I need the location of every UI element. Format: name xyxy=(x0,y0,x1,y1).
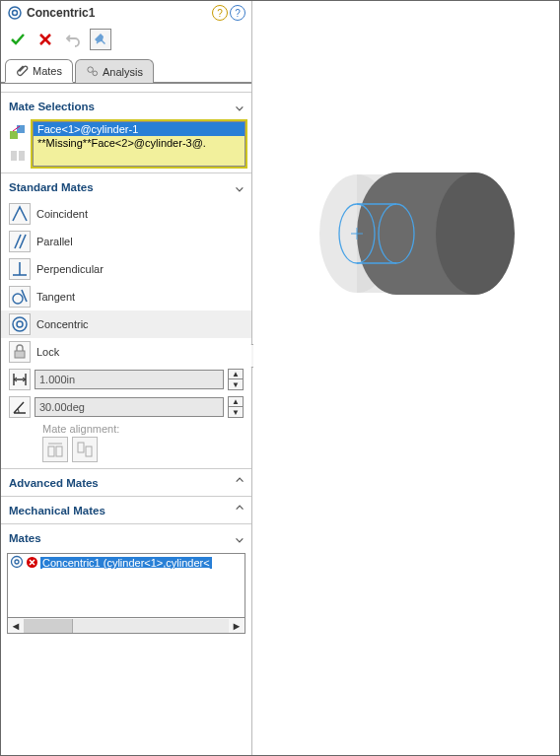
help-icon[interactable]: ? xyxy=(230,5,245,21)
svg-point-16 xyxy=(17,321,23,327)
angle-icon xyxy=(9,396,31,418)
pin-button[interactable] xyxy=(90,29,111,50)
tab-mates-label: Mates xyxy=(33,65,62,77)
tangent-icon xyxy=(9,286,31,308)
section-mates[interactable]: Mates ⌵ xyxy=(1,523,251,551)
concentric-icon xyxy=(9,313,31,335)
svg-point-3 xyxy=(88,67,94,73)
feature-title: Concentric1 xyxy=(27,6,212,20)
selection-item-2[interactable]: **Missing**Face<2>@cylinder-3@. xyxy=(34,136,245,150)
selection-item-1[interactable]: Face<1>@cylinder-1 xyxy=(34,122,245,136)
angle-spinner[interactable]: ▲▼ xyxy=(228,396,244,418)
scroll-thumb[interactable] xyxy=(24,619,73,633)
lock-icon xyxy=(9,341,31,363)
svg-rect-22 xyxy=(56,447,62,456)
paperclip-icon xyxy=(16,64,29,77)
concentric-icon xyxy=(7,5,23,21)
svg-point-27 xyxy=(15,560,19,564)
mate-tangent[interactable]: Tangent xyxy=(1,283,251,310)
distance-input[interactable] xyxy=(35,370,224,389)
tab-row: Mates Analysis xyxy=(1,58,251,84)
error-icon xyxy=(26,556,38,571)
3d-viewport[interactable] xyxy=(253,2,560,756)
gears-icon xyxy=(86,65,99,78)
coincident-icon xyxy=(9,203,31,225)
angle-input[interactable] xyxy=(35,397,224,417)
align-anti-button[interactable] xyxy=(72,437,98,462)
svg-rect-5 xyxy=(10,131,18,139)
chevron-up-icon: ⌵ xyxy=(236,99,244,113)
svg-point-1 xyxy=(13,11,18,16)
svg-point-0 xyxy=(9,7,21,19)
concentric-icon xyxy=(10,555,24,571)
svg-rect-7 xyxy=(11,151,17,161)
svg-rect-6 xyxy=(17,125,25,133)
mates-list[interactable]: Concentric1 (cylinder<1>,cylinder< xyxy=(7,553,245,618)
mate-concentric[interactable]: Concentric xyxy=(1,310,251,338)
align-aligned-button[interactable] xyxy=(42,437,68,462)
mates-list-item[interactable]: Concentric1 (cylinder<1>,cylinder< xyxy=(8,554,245,572)
selection-list[interactable]: Face<1>@cylinder-1 **Missing**Face<2>@cy… xyxy=(33,121,245,167)
alignment-label: Mate alignment: xyxy=(42,423,244,435)
svg-point-34 xyxy=(436,172,515,295)
svg-point-15 xyxy=(13,317,27,331)
help-icon-warning[interactable]: ? xyxy=(212,5,228,21)
cancel-button[interactable] xyxy=(35,29,56,50)
chevron-down-icon: ⌵ xyxy=(236,475,244,490)
chevron-up-icon: ⌵ xyxy=(236,530,244,545)
section-standard-mates[interactable]: Standard Mates ⌵ xyxy=(1,172,251,200)
svg-rect-24 xyxy=(78,443,84,452)
chevron-down-icon: ⌵ xyxy=(236,503,244,517)
tab-analysis[interactable]: Analysis xyxy=(75,59,154,83)
svg-rect-21 xyxy=(48,447,54,456)
distance-icon xyxy=(9,369,31,390)
scroll-track[interactable] xyxy=(24,619,229,633)
horizontal-scrollbar[interactable]: ◄ ► xyxy=(7,618,245,634)
svg-rect-17 xyxy=(15,351,25,358)
mate-lock[interactable]: Lock xyxy=(1,338,251,366)
parallel-icon xyxy=(9,231,31,252)
svg-point-4 xyxy=(93,71,98,76)
svg-rect-25 xyxy=(86,447,92,456)
section-mechanical-mates[interactable]: Mechanical Mates ⌵ xyxy=(1,496,251,523)
mate-perpendicular[interactable]: Perpendicular xyxy=(1,255,251,283)
scroll-right-button[interactable]: ► xyxy=(229,619,245,633)
scroll-left-button[interactable]: ◄ xyxy=(8,619,24,633)
chevron-up-icon: ⌵ xyxy=(236,179,244,194)
svg-point-13 xyxy=(13,294,23,304)
svg-point-26 xyxy=(12,557,23,568)
section-mate-selections[interactable]: Mate Selections ⌵ xyxy=(1,92,251,119)
distance-spinner[interactable]: ▲▼ xyxy=(228,369,244,390)
tab-mates[interactable]: Mates xyxy=(5,59,73,83)
perpendicular-icon xyxy=(9,258,31,280)
undo-button[interactable] xyxy=(62,29,84,50)
mate-parallel[interactable]: Parallel xyxy=(1,228,251,255)
entity-icon[interactable] xyxy=(7,121,29,143)
multi-mate-icon[interactable] xyxy=(7,145,29,167)
tab-analysis-label: Analysis xyxy=(103,66,143,78)
mate-coincident[interactable]: Coincident xyxy=(1,200,251,228)
svg-rect-8 xyxy=(19,151,25,161)
ok-button[interactable] xyxy=(7,29,29,50)
section-advanced-mates[interactable]: Advanced Mates ⌵ xyxy=(1,468,251,496)
